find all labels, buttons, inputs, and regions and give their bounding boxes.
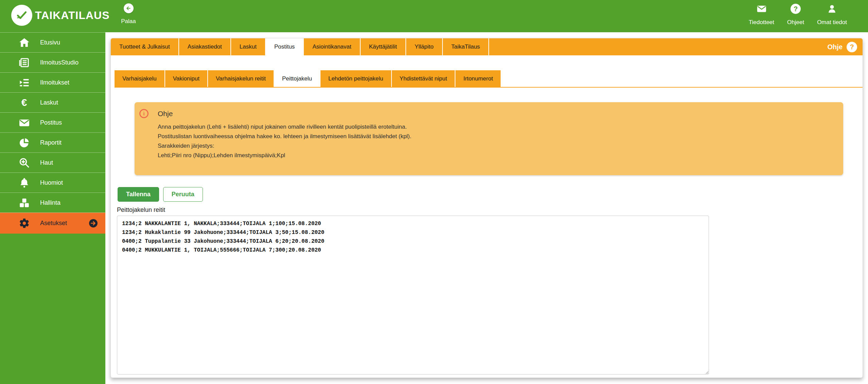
cubes-icon (18, 197, 31, 208)
home-icon (18, 37, 31, 48)
subtab-lehdeton-peittojakelu[interactable]: Lehdetön peittojakelu (320, 70, 392, 87)
envelope-icon (18, 117, 31, 128)
sidebar-item-raportit[interactable]: Raportit (0, 132, 105, 152)
subtab-yhdistettavat-niput[interactable]: Yhdistettävät niput (392, 70, 456, 87)
routes-textarea[interactable]: 1234;2 NAKKALANTIE 1, NAKKALA;333444;TOI… (117, 216, 709, 374)
sidebar-item-asetukset[interactable]: Asetukset (0, 213, 105, 234)
arrow-right-circle-icon[interactable] (89, 219, 98, 228)
sidebar-item-laskut[interactable]: € Laskut (0, 92, 105, 112)
user-icon (827, 3, 837, 14)
info-line: Sarakkeiden järjestys: (158, 141, 835, 151)
subtab-varhaisjakelun-reitit[interactable]: Varhaisjakelun reitit (208, 70, 274, 87)
tab-postitus[interactable]: Postitus (266, 38, 304, 55)
logo-check-icon (11, 5, 32, 26)
subtab-vakioniput[interactable]: Vakioniput (165, 70, 208, 87)
info-icon: i (139, 109, 149, 118)
profile-label: Omat tiedot (817, 19, 847, 26)
pie-chart-icon (18, 137, 31, 148)
action-buttons: Tallenna Peruuta (118, 187, 863, 202)
sidebar-item-huomiot[interactable]: Huomiot (0, 172, 105, 193)
tab-asiointikanavat[interactable]: Asiointikanavat (304, 38, 360, 55)
sub-tab-bar: Varhaisjakelu Vakioniput Varhaisjakelun … (115, 70, 863, 88)
header-actions: Tiedotteet ? Ohjeet Omat tiedot (749, 3, 847, 26)
cancel-button[interactable]: Peruuta (163, 187, 203, 202)
logo-text: TAIKATILAUS (35, 9, 110, 22)
app-logo[interactable]: TAIKATILAUS (11, 5, 110, 26)
info-line: Postituslistan luontivaiheessa ohjelma h… (158, 132, 835, 141)
tab-bar-help: Ohje ? (828, 38, 863, 55)
tab-yllapito[interactable]: Ylläpito (406, 38, 443, 55)
info-line: Anna peittojakelun (Lehti + lisälehti) n… (158, 122, 835, 132)
help-label: Ohje (828, 43, 843, 51)
tab-laskut[interactable]: Laskut (231, 38, 266, 55)
sidebar-item-hallinta[interactable]: Hallinta (0, 193, 105, 213)
question-icon[interactable]: ? (847, 42, 857, 52)
newspaper-icon (18, 57, 31, 68)
tab-asiakastiedot[interactable]: Asiakastiedot (179, 38, 231, 55)
envelope-icon (756, 3, 767, 14)
save-button[interactable]: Tallenna (118, 187, 159, 202)
announcements-label: Tiedotteet (749, 19, 774, 26)
back-arrow-icon (124, 3, 134, 13)
sidebar-item-postitus[interactable]: Postitus (0, 112, 105, 132)
routes-field-label: Peittojakelun reitit (117, 206, 863, 214)
search-plus-icon (18, 157, 31, 168)
app-header: TAIKATILAUS Palaa Tiedotteet ? Ohjeet Om… (0, 0, 868, 32)
list-icon (18, 77, 31, 88)
question-icon: ? (791, 3, 801, 14)
help-info-box: i Ohje Anna peittojakelun (Lehti + lisäl… (135, 102, 843, 175)
sidebar-item-etusivu[interactable]: Etusivu (0, 32, 105, 52)
help-button[interactable]: ? Ohjeet (787, 3, 804, 26)
tab-taikatilaus[interactable]: TaikaTilaus (443, 38, 489, 55)
euro-icon: € (18, 97, 31, 108)
bell-icon (18, 177, 31, 188)
gear-icon (18, 218, 31, 229)
subtab-peittojakelu[interactable]: Peittojakelu (274, 70, 320, 87)
main-tab-bar: Tuotteet & Julkaisut Asiakastiedot Lasku… (111, 38, 863, 55)
subtab-irtonumerot[interactable]: Irtonumerot (455, 70, 501, 87)
info-box-title: Ohje (158, 110, 173, 118)
sidebar-item-haut[interactable]: Haut (0, 152, 105, 172)
tab-tuotteet-julkaisut[interactable]: Tuotteet & Julkaisut (111, 38, 179, 55)
sidebar-item-ilmoitusstudio[interactable]: IlmoitusStudio (0, 52, 105, 72)
profile-button[interactable]: Omat tiedot (817, 3, 847, 26)
subtab-varhaisjakelu[interactable]: Varhaisjakelu (115, 70, 165, 87)
back-label: Palaa (121, 18, 136, 25)
help-label: Ohjeet (787, 19, 804, 26)
info-line: Lehti;Piiri nro (Nippu);Lehden ilmestymi… (158, 151, 835, 160)
sidebar-item-ilmoitukset[interactable]: Ilmoitukset (0, 72, 105, 92)
announcements-button[interactable]: Tiedotteet (749, 3, 774, 26)
back-button[interactable]: Palaa (116, 3, 141, 25)
sidebar-nav: Etusivu IlmoitusStudio Ilmoitukset € Las… (0, 32, 105, 384)
tab-kayttajatilit[interactable]: Käyttäjätilit (361, 38, 406, 55)
content-card: Tuotteet & Julkaisut Asiakastiedot Lasku… (110, 38, 863, 378)
